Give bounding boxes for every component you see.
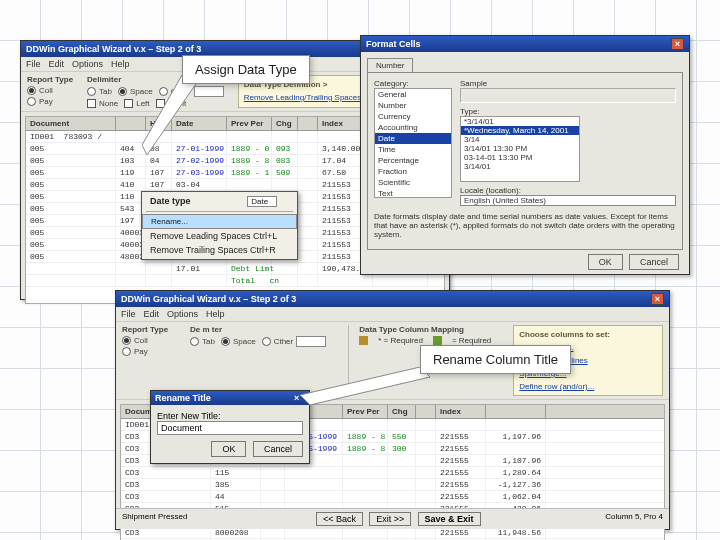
fmt-category-item[interactable]: Percentage: [375, 155, 451, 166]
mapping-required-label: * = Required: [378, 336, 423, 345]
column-header[interactable]: Index: [436, 405, 486, 418]
rename-title-dialog[interactable]: Rename Title × Enter New Title: OK Cance…: [150, 390, 310, 464]
rename-title: Rename Title: [155, 393, 211, 403]
fmt-title: Format Cells: [366, 39, 421, 49]
wiz2-menubar[interactable]: File Edit Options Help: [116, 307, 669, 321]
strip-right[interactable]: Right: [156, 99, 187, 108]
table-row[interactable]: CD31152215551,289.64: [121, 467, 664, 479]
ok-button[interactable]: OK: [588, 254, 623, 270]
menu-file[interactable]: File: [121, 309, 136, 319]
menu-edit[interactable]: Edit: [144, 309, 160, 319]
fmt-locale-label: Locale (location):: [460, 186, 676, 195]
ctx-datetype-heading: Date typeDate: [142, 194, 297, 209]
fmt-category-item[interactable]: Scientific: [375, 177, 451, 188]
table-row[interactable]: CD3385221555-1,127.36: [121, 479, 664, 491]
column-header[interactable]: Document: [26, 117, 116, 130]
close-icon[interactable]: ×: [294, 393, 305, 403]
back-button[interactable]: << Back: [316, 512, 363, 526]
mapping-required-icon: [359, 336, 368, 345]
fmt-category-item[interactable]: Accounting: [375, 122, 451, 133]
fmt-category-item[interactable]: Date: [375, 133, 451, 144]
cancel-button[interactable]: Cancel: [629, 254, 679, 270]
fmt-type-item[interactable]: *3/14/01: [461, 117, 579, 126]
ctx-remove-trailing[interactable]: Remove Trailing Spaces Ctrl+R: [142, 243, 297, 257]
fmt-sample-box: [460, 88, 676, 103]
report-type-pay[interactable]: Pay: [122, 347, 168, 356]
mapping-recommended-icon: [433, 336, 442, 345]
strip-left[interactable]: Left: [124, 99, 149, 108]
fmt-type-item[interactable]: 3/14/01: [461, 162, 579, 171]
menu-file[interactable]: File: [26, 59, 41, 69]
close-icon[interactable]: ×: [651, 293, 664, 305]
cancel-button[interactable]: Cancel: [253, 441, 303, 457]
column-header[interactable]: Chg: [272, 117, 298, 130]
wiz1-title: DDWin Graphical Wizard v.x – Step 2 of 3: [26, 44, 201, 54]
column-header[interactable]: [298, 117, 318, 130]
column-context-menu[interactable]: Date typeDate Rename... Remove Leading S…: [141, 191, 298, 260]
fmt-tab-number[interactable]: Number: [367, 58, 413, 72]
column-header[interactable]: [416, 405, 436, 418]
delim-other[interactable]: Other: [159, 86, 224, 97]
fmt-type-item[interactable]: *Wednesday, March 14, 2001: [461, 126, 579, 135]
mapping-recommended-label: = Required: [452, 336, 491, 345]
fmt-titlebar[interactable]: Format Cells ×: [361, 36, 689, 52]
format-cells-dialog[interactable]: Format Cells × Number Category: GeneralN…: [360, 35, 690, 275]
menu-edit[interactable]: Edit: [49, 59, 65, 69]
delim-tab[interactable]: Tab: [190, 336, 215, 347]
table-row[interactable]: CD3442215551,062.04: [121, 491, 664, 503]
delim-tab[interactable]: Tab: [87, 86, 112, 97]
ctx-rename[interactable]: Rename...: [142, 214, 297, 229]
report-type-coll[interactable]: Coll: [27, 86, 73, 95]
fmt-category-item[interactable]: Number: [375, 100, 451, 111]
mapping-head: Data Type Column Mapping: [359, 325, 491, 334]
report-type-pay[interactable]: Pay: [27, 97, 73, 106]
fmt-note: Date formats display date and time seria…: [374, 212, 676, 239]
save-exit-button[interactable]: Save & Exit: [418, 512, 481, 526]
exit-button[interactable]: Exit >>: [369, 512, 411, 526]
column-header[interactable]: Prev Per: [227, 117, 272, 130]
delim-other[interactable]: Cther: [262, 336, 327, 347]
column-header[interactable]: Hits: [146, 117, 172, 130]
delimiter-label: De m ter: [190, 325, 326, 334]
delim-space[interactable]: Space: [221, 336, 256, 347]
fmt-category-list[interactable]: GeneralNumberCurrencyAccountingDateTimeP…: [374, 88, 452, 198]
wiz2-link-3[interactable]: Define row (and/or)...: [519, 382, 657, 391]
fmt-category-item[interactable]: Text: [375, 188, 451, 198]
column-status: Column 5, Pro 4: [605, 512, 663, 526]
fmt-category-item[interactable]: General: [375, 89, 451, 100]
wiz2-footer: Shipment Pressed << Back Exit >> Save & …: [116, 508, 669, 529]
column-header[interactable]: Chg: [388, 405, 416, 418]
wiz2-titlebar[interactable]: DDWin Graphical Wizard v.x – Step 2 of 3…: [116, 291, 669, 307]
report-type-label: Report Type: [122, 325, 168, 334]
ctx-remove-leading[interactable]: Remove Leading Spaces Ctrl+L: [142, 229, 297, 243]
status-text: Shipment Pressed: [122, 512, 187, 526]
wiz2-links-head: Choose columns to set:: [519, 330, 657, 339]
fmt-type-item[interactable]: 3/14: [461, 135, 579, 144]
rename-label: Enter New Title:: [157, 411, 303, 421]
delim-space[interactable]: Space: [118, 86, 153, 97]
fmt-type-item[interactable]: 3/14/01 13:30 PM: [461, 144, 579, 153]
strip-none[interactable]: None: [87, 99, 118, 108]
menu-help[interactable]: Help: [206, 309, 225, 319]
report-type-coll[interactable]: Coll: [122, 336, 168, 345]
menu-options[interactable]: Options: [72, 59, 103, 69]
wiz2-title: DDWin Graphical Wizard v.x – Step 2 of 3: [121, 294, 296, 304]
column-header[interactable]: Date: [172, 117, 227, 130]
fmt-category-item[interactable]: Time: [375, 144, 451, 155]
fmt-type-list[interactable]: *3/14/01*Wednesday, March 14, 20013/143/…: [460, 116, 580, 182]
fmt-category-label: Category:: [374, 79, 452, 88]
rename-input[interactable]: [157, 421, 303, 435]
fmt-category-item[interactable]: Fraction: [375, 166, 451, 177]
callout-assign: Assign Data Type: [182, 55, 310, 84]
column-header[interactable]: Prev Per: [343, 405, 388, 418]
ok-button[interactable]: OK: [211, 441, 246, 457]
fmt-category-item[interactable]: Currency: [375, 111, 451, 122]
fmt-locale-select[interactable]: English (United States): [460, 195, 676, 206]
column-header[interactable]: [116, 117, 146, 130]
fmt-type-label: Type:: [460, 107, 676, 116]
menu-help[interactable]: Help: [111, 59, 130, 69]
close-icon[interactable]: ×: [671, 38, 684, 50]
fmt-sample-label: Sample: [460, 79, 676, 88]
fmt-type-item[interactable]: 03-14-01 13:30 PM: [461, 153, 579, 162]
menu-options[interactable]: Options: [167, 309, 198, 319]
